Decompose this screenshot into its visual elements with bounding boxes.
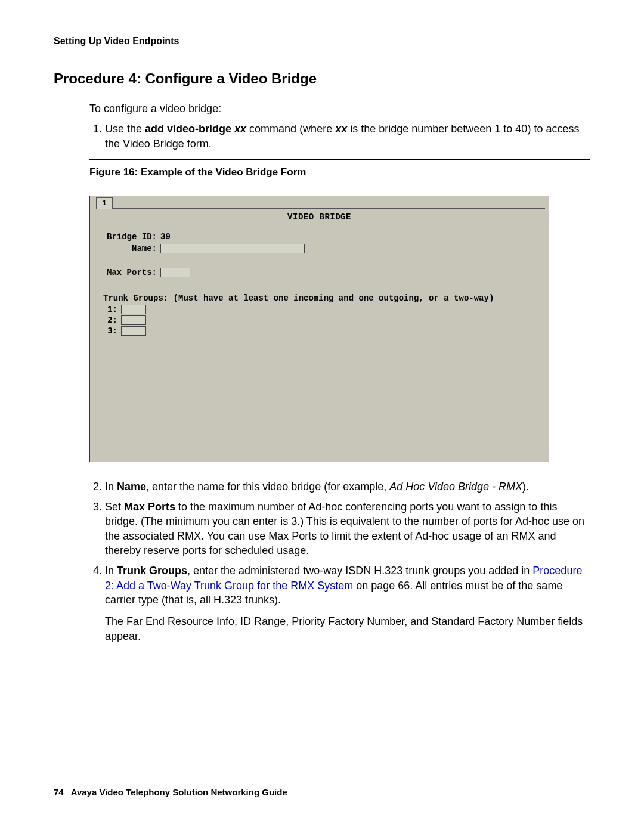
step-list-top: Use the add video-bridge xx command (whe… bbox=[89, 122, 590, 151]
terminal-tabs: 1 bbox=[90, 196, 549, 209]
trunk-group-row-1: 1: bbox=[103, 304, 541, 315]
step-1: Use the add video-bridge xx command (whe… bbox=[105, 122, 590, 151]
terminal-title: VIDEO BRIDGE bbox=[90, 209, 549, 231]
running-head: Setting Up Video Endpoints bbox=[54, 36, 590, 47]
terminal-figure: 1 VIDEO BRIDGE Bridge ID: 39 Name: Max P… bbox=[89, 196, 549, 462]
terminal-screen: 1 VIDEO BRIDGE Bridge ID: 39 Name: Max P… bbox=[89, 196, 549, 462]
bridge-id-value: 39 bbox=[160, 232, 171, 241]
trunk-group-1-input[interactable] bbox=[121, 305, 146, 314]
trunk-group-2-input[interactable] bbox=[121, 315, 146, 325]
trunk-groups-heading: Trunk Groups: (Must have at least one in… bbox=[103, 293, 541, 303]
name-label: Name: bbox=[103, 244, 160, 253]
intro-text: To configure a video bridge: bbox=[89, 101, 590, 116]
figure-caption: Figure 16: Example of the Video Bridge F… bbox=[89, 166, 590, 178]
page-number: 74 bbox=[54, 787, 64, 797]
trunk-group-row-3: 3: bbox=[103, 326, 541, 336]
step-4: In Trunk Groups, enter the administered … bbox=[105, 563, 590, 643]
max-ports-label: Max Ports: bbox=[103, 268, 160, 277]
page-footer: 74 Avaya Video Telephony Solution Networ… bbox=[54, 787, 287, 797]
step-4-para2: The Far End Resource Info, ID Range, Pri… bbox=[105, 614, 590, 643]
step-3: Set Max Ports to the maximum number of A… bbox=[105, 500, 590, 558]
trunk-group-3-input[interactable] bbox=[121, 326, 146, 336]
max-ports-input[interactable] bbox=[160, 268, 190, 277]
figure-rule bbox=[89, 159, 590, 160]
procedure-title: Procedure 4: Configure a Video Bridge bbox=[54, 70, 590, 87]
terminal-tab-1: 1 bbox=[96, 197, 113, 209]
step-2: In Name, enter the name for this video b… bbox=[105, 479, 590, 494]
step-list-bottom: In Name, enter the name for this video b… bbox=[89, 479, 590, 643]
footer-title: Avaya Video Telephony Solution Networkin… bbox=[71, 787, 287, 797]
trunk-group-row-2: 2: bbox=[103, 315, 541, 326]
name-input[interactable] bbox=[160, 244, 305, 253]
bridge-id-label: Bridge ID: bbox=[103, 232, 160, 241]
